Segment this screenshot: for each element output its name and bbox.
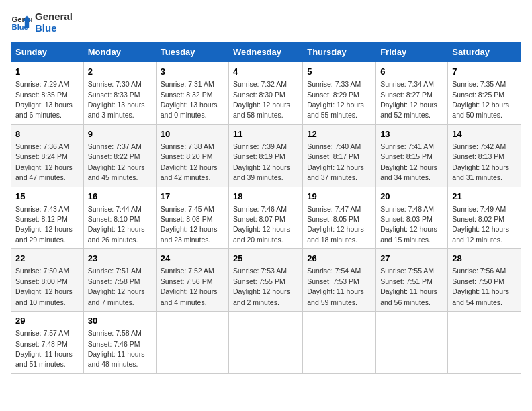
day-info: Sunrise: 7:35 AMSunset: 8:25 PMDaylight:…	[452, 80, 509, 119]
day-info: Sunrise: 7:37 AMSunset: 8:22 PMDaylight:…	[88, 142, 145, 181]
week-row-2: 8Sunrise: 7:36 AMSunset: 8:24 PMDaylight…	[11, 124, 521, 187]
day-info: Sunrise: 7:48 AMSunset: 8:03 PMDaylight:…	[380, 205, 437, 244]
table-cell: 12Sunrise: 7:40 AMSunset: 8:17 PMDayligh…	[303, 124, 376, 187]
day-number: 25	[233, 253, 298, 265]
day-number: 24	[161, 253, 224, 265]
day-number: 3	[161, 66, 224, 78]
day-number: 20	[380, 191, 443, 203]
day-number: 15	[15, 191, 79, 203]
table-cell: 3Sunrise: 7:31 AMSunset: 8:32 PMDaylight…	[156, 62, 228, 125]
table-cell: 22Sunrise: 7:50 AMSunset: 8:00 PMDayligh…	[11, 249, 84, 312]
table-cell: 17Sunrise: 7:45 AMSunset: 8:08 PMDayligh…	[156, 187, 228, 249]
day-number: 7	[452, 66, 517, 78]
table-cell: 26Sunrise: 7:54 AMSunset: 7:53 PMDayligh…	[303, 249, 376, 312]
week-row-5: 29Sunrise: 7:57 AMSunset: 7:48 PMDayligh…	[11, 312, 521, 374]
table-cell: 5Sunrise: 7:33 AMSunset: 8:29 PMDaylight…	[303, 62, 376, 125]
day-info: Sunrise: 7:40 AMSunset: 8:17 PMDaylight:…	[307, 142, 364, 181]
table-cell: 11Sunrise: 7:39 AMSunset: 8:19 PMDayligh…	[229, 124, 303, 187]
col-monday: Monday	[83, 42, 156, 62]
col-friday: Friday	[376, 42, 448, 62]
day-number: 9	[88, 128, 152, 140]
day-info: Sunrise: 7:36 AMSunset: 8:24 PMDaylight:…	[15, 142, 73, 181]
header-row: Sunday Monday Tuesday Wednesday Thursday…	[11, 42, 521, 62]
day-info: Sunrise: 7:47 AMSunset: 8:05 PMDaylight:…	[307, 205, 364, 244]
table-cell	[229, 312, 303, 374]
table-cell: 21Sunrise: 7:49 AMSunset: 8:02 PMDayligh…	[448, 187, 521, 249]
day-info: Sunrise: 7:29 AMSunset: 8:35 PMDaylight:…	[15, 80, 73, 119]
table-cell: 28Sunrise: 7:56 AMSunset: 7:50 PMDayligh…	[448, 249, 521, 312]
table-cell: 8Sunrise: 7:36 AMSunset: 8:24 PMDaylight…	[11, 124, 84, 187]
day-number: 14	[452, 128, 517, 140]
day-info: Sunrise: 7:57 AMSunset: 7:48 PMDaylight:…	[15, 329, 73, 368]
day-number: 1	[15, 66, 79, 78]
day-number: 2	[88, 66, 152, 78]
week-row-3: 15Sunrise: 7:43 AMSunset: 8:12 PMDayligh…	[11, 187, 521, 249]
day-number: 10	[161, 128, 224, 140]
day-number: 28	[452, 253, 517, 265]
day-info: Sunrise: 7:56 AMSunset: 7:50 PMDaylight:…	[452, 267, 509, 306]
day-info: Sunrise: 7:38 AMSunset: 8:20 PMDaylight:…	[161, 142, 218, 181]
day-number: 18	[233, 191, 298, 203]
day-info: Sunrise: 7:52 AMSunset: 7:56 PMDaylight:…	[161, 267, 218, 306]
col-saturday: Saturday	[448, 42, 521, 62]
table-cell	[376, 312, 448, 374]
col-thursday: Thursday	[303, 42, 376, 62]
logo: General Blue General Blue	[11, 11, 73, 34]
day-number: 4	[233, 66, 298, 78]
day-info: Sunrise: 7:32 AMSunset: 8:30 PMDaylight:…	[233, 80, 290, 119]
week-row-4: 22Sunrise: 7:50 AMSunset: 8:00 PMDayligh…	[11, 249, 521, 312]
day-number: 23	[88, 253, 152, 265]
week-row-1: 1Sunrise: 7:29 AMSunset: 8:35 PMDaylight…	[11, 62, 521, 125]
table-cell: 24Sunrise: 7:52 AMSunset: 7:56 PMDayligh…	[156, 249, 228, 312]
day-number: 21	[452, 191, 517, 203]
day-number: 6	[380, 66, 443, 78]
day-info: Sunrise: 7:49 AMSunset: 8:02 PMDaylight:…	[452, 205, 509, 244]
day-number: 11	[233, 128, 298, 140]
table-cell: 7Sunrise: 7:35 AMSunset: 8:25 PMDaylight…	[448, 62, 521, 125]
day-info: Sunrise: 7:39 AMSunset: 8:19 PMDaylight:…	[233, 142, 290, 181]
day-info: Sunrise: 7:43 AMSunset: 8:12 PMDaylight:…	[15, 205, 73, 244]
table-cell: 2Sunrise: 7:30 AMSunset: 8:33 PMDaylight…	[83, 62, 156, 125]
day-number: 30	[88, 315, 152, 327]
table-cell: 9Sunrise: 7:37 AMSunset: 8:22 PMDaylight…	[83, 124, 156, 187]
table-cell: 18Sunrise: 7:46 AMSunset: 8:07 PMDayligh…	[229, 187, 303, 249]
day-info: Sunrise: 7:53 AMSunset: 7:55 PMDaylight:…	[233, 267, 290, 306]
day-info: Sunrise: 7:31 AMSunset: 8:32 PMDaylight:…	[161, 80, 218, 119]
day-info: Sunrise: 7:55 AMSunset: 7:51 PMDaylight:…	[380, 267, 437, 306]
day-number: 26	[307, 253, 371, 265]
col-sunday: Sunday	[11, 42, 84, 62]
day-info: Sunrise: 7:30 AMSunset: 8:33 PMDaylight:…	[88, 80, 145, 119]
day-info: Sunrise: 7:54 AMSunset: 7:53 PMDaylight:…	[307, 267, 364, 306]
table-cell: 19Sunrise: 7:47 AMSunset: 8:05 PMDayligh…	[303, 187, 376, 249]
day-info: Sunrise: 7:42 AMSunset: 8:13 PMDaylight:…	[452, 142, 509, 181]
logo-icon: General Blue	[11, 11, 32, 33]
page-header: General Blue General Blue	[11, 11, 521, 34]
day-info: Sunrise: 7:51 AMSunset: 7:58 PMDaylight:…	[88, 267, 145, 306]
day-number: 16	[88, 191, 152, 203]
table-cell: 23Sunrise: 7:51 AMSunset: 7:58 PMDayligh…	[83, 249, 156, 312]
table-cell: 1Sunrise: 7:29 AMSunset: 8:35 PMDaylight…	[11, 62, 84, 125]
table-cell: 30Sunrise: 7:58 AMSunset: 7:46 PMDayligh…	[83, 312, 156, 374]
day-info: Sunrise: 7:34 AMSunset: 8:27 PMDaylight:…	[380, 80, 437, 119]
day-info: Sunrise: 7:41 AMSunset: 8:15 PMDaylight:…	[380, 142, 437, 181]
day-number: 19	[307, 191, 371, 203]
table-cell: 20Sunrise: 7:48 AMSunset: 8:03 PMDayligh…	[376, 187, 448, 249]
day-number: 13	[380, 128, 443, 140]
day-number: 29	[15, 315, 79, 327]
day-number: 22	[15, 253, 79, 265]
day-info: Sunrise: 7:50 AMSunset: 8:00 PMDaylight:…	[15, 267, 73, 306]
table-cell: 10Sunrise: 7:38 AMSunset: 8:20 PMDayligh…	[156, 124, 228, 187]
day-number: 17	[161, 191, 224, 203]
col-tuesday: Tuesday	[156, 42, 228, 62]
table-cell	[303, 312, 376, 374]
day-number: 8	[15, 128, 79, 140]
calendar-table: Sunday Monday Tuesday Wednesday Thursday…	[11, 42, 521, 374]
table-cell: 13Sunrise: 7:41 AMSunset: 8:15 PMDayligh…	[376, 124, 448, 187]
table-cell: 29Sunrise: 7:57 AMSunset: 7:48 PMDayligh…	[11, 312, 84, 374]
table-cell	[156, 312, 228, 374]
table-cell: 14Sunrise: 7:42 AMSunset: 8:13 PMDayligh…	[448, 124, 521, 187]
table-cell: 16Sunrise: 7:44 AMSunset: 8:10 PMDayligh…	[83, 187, 156, 249]
day-info: Sunrise: 7:58 AMSunset: 7:46 PMDaylight:…	[88, 329, 145, 368]
day-number: 27	[380, 253, 443, 265]
day-info: Sunrise: 7:46 AMSunset: 8:07 PMDaylight:…	[233, 205, 290, 244]
